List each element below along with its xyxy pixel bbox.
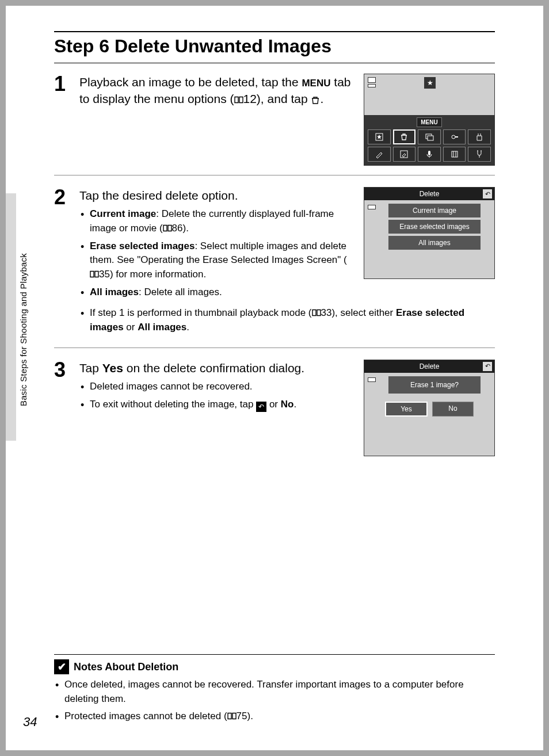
content: 1 Playback an image to be deleted, tap t… xyxy=(54,74,495,465)
no-button[interactable]: No xyxy=(432,402,474,417)
playback-indicator xyxy=(368,377,376,382)
page-ref: 75 xyxy=(237,711,247,721)
label: Erase selected images xyxy=(90,240,195,251)
step3-bullet-exit: To exit without deleting the image, tap … xyxy=(79,398,351,413)
step3-bullet-no-recover: Deleted images cannot be recovered. xyxy=(79,380,351,394)
text: on the delete confirmation dialog. xyxy=(123,361,304,375)
step2-screen: Delete ↶ Current image Erase selected im… xyxy=(364,187,495,279)
side-tab-label: Basic Steps for Shooting and Playback xyxy=(18,253,28,406)
page-ref: 12 xyxy=(243,92,257,105)
text: : Delete all images. xyxy=(139,287,222,297)
step2-instruction: Tap the desired delete option. xyxy=(79,187,351,204)
text: ), and tap xyxy=(257,92,311,105)
text: . xyxy=(293,399,296,410)
back-icon[interactable]: ↶ xyxy=(483,362,492,371)
step3-instruction: Tap Yes on the delete confirmation dialo… xyxy=(79,360,351,376)
menu-bar: MENU xyxy=(364,115,494,165)
text: ), select either xyxy=(331,307,396,318)
text: To exit without deleting the image, tap xyxy=(90,399,256,410)
menu-icon-setup[interactable] xyxy=(468,147,491,162)
step1-instruction: Playback an image to be deleted, tap the… xyxy=(79,74,351,108)
svg-rect-2 xyxy=(428,136,433,140)
note-1: Once deleted, images cannot be recovered… xyxy=(54,678,495,706)
menu-icon-favorite[interactable] xyxy=(368,129,391,144)
label: All images xyxy=(138,322,186,333)
text: Playback an image to be deleted, tap the xyxy=(79,75,302,89)
page-ref-icon xyxy=(312,309,321,316)
menu-icon-delete[interactable] xyxy=(393,129,416,144)
menu-icon-rotate[interactable] xyxy=(443,147,466,162)
text: If step 1 is performed in thumbnail play… xyxy=(90,307,312,318)
page-ref-icon xyxy=(227,712,237,720)
option-current-image[interactable]: Current image xyxy=(388,204,481,217)
svg-rect-5 xyxy=(428,151,430,155)
step2-bullet-thumbnail-mode: If step 1 is performed in thumbnail play… xyxy=(79,306,495,334)
yes-button[interactable]: Yes xyxy=(385,402,428,417)
step-1: 1 Playback an image to be deleted, tap t… xyxy=(54,74,495,175)
menu-band-label: MENU xyxy=(417,117,442,127)
menu-icon-print[interactable] xyxy=(468,129,491,144)
step2-bullet-current-image: Current image: Delete the currently disp… xyxy=(79,207,351,235)
page-ref: 35 xyxy=(99,269,110,280)
page-title: Step 6 Delete Unwanted Images xyxy=(54,36,495,57)
step2-bullet-erase-selected: Erase selected images: Select multiple i… xyxy=(79,239,351,282)
menu-icon-protect[interactable] xyxy=(443,129,466,144)
caution-icon: ✔ xyxy=(54,659,69,674)
menu-icon-voice-memo[interactable] xyxy=(418,147,441,162)
notes-section: ✔ Notes About Deletion Once deleted, ima… xyxy=(54,654,495,727)
step1-screen: ★ MENU xyxy=(364,74,495,166)
label: All images xyxy=(90,287,139,297)
text: . xyxy=(320,92,323,105)
text: ). xyxy=(247,711,253,721)
screen-title-bar: Delete ↶ xyxy=(364,360,494,373)
menu-glyph: MENU xyxy=(302,78,330,89)
trash-icon xyxy=(311,96,320,105)
step-number: 3 xyxy=(54,360,79,456)
favorite-star: ★ xyxy=(424,77,436,89)
side-tab xyxy=(6,193,16,441)
label: Current image xyxy=(90,208,156,219)
playback-indicator xyxy=(368,205,376,209)
confirm-prompt: Erase 1 image? xyxy=(388,376,481,394)
svg-rect-6 xyxy=(452,151,458,157)
screen-title: Delete xyxy=(420,362,440,371)
playback-indicator xyxy=(368,77,376,87)
back-icon[interactable]: ↶ xyxy=(483,189,492,198)
step-3: 3 Tap Yes on the delete confirmation dia… xyxy=(54,360,495,465)
option-all-images[interactable]: All images xyxy=(388,236,481,250)
menu-icon-slideshow[interactable] xyxy=(418,129,441,144)
step-number: 1 xyxy=(54,74,79,166)
svg-point-3 xyxy=(452,135,455,139)
label: Yes xyxy=(102,361,123,375)
label: No xyxy=(281,399,294,410)
text: Protected images cannot be deleted ( xyxy=(64,711,227,721)
note-2: Protected images cannot be deleted (75). xyxy=(54,709,495,724)
manual-page: Basic Steps for Shooting and Playback St… xyxy=(6,6,543,750)
page-ref: 86 xyxy=(172,223,183,234)
screen-title: Delete xyxy=(420,190,440,198)
notes-heading: Notes About Deletion xyxy=(74,661,178,673)
page-number: 34 xyxy=(23,715,37,730)
step-number: 2 xyxy=(54,187,79,338)
screen-title-bar: Delete ↶ xyxy=(364,188,494,200)
page-ref: 33 xyxy=(321,307,332,318)
option-erase-selected[interactable]: Erase selected images xyxy=(388,220,481,234)
text: or xyxy=(266,399,281,410)
page-ref-icon xyxy=(234,96,243,104)
menu-icon-retouch[interactable] xyxy=(393,147,416,162)
step2-bullet-all-images: All images: Delete all images. xyxy=(79,285,351,300)
text: . xyxy=(186,322,189,333)
step-2: 2 Tap the desired delete option. Current… xyxy=(54,187,495,348)
menu-icon-paint[interactable] xyxy=(368,147,391,162)
page-ref-icon xyxy=(163,224,172,232)
page-ref-icon xyxy=(90,270,99,278)
back-icon: ↶ xyxy=(256,402,266,412)
text: Tap xyxy=(79,361,102,375)
title-bar: Step 6 Delete Unwanted Images xyxy=(54,31,495,63)
text: ) for more information. xyxy=(110,269,206,280)
text: or xyxy=(124,322,138,333)
step3-screen: Delete ↶ Erase 1 image? Yes No xyxy=(364,360,495,456)
text: ). xyxy=(183,223,189,234)
